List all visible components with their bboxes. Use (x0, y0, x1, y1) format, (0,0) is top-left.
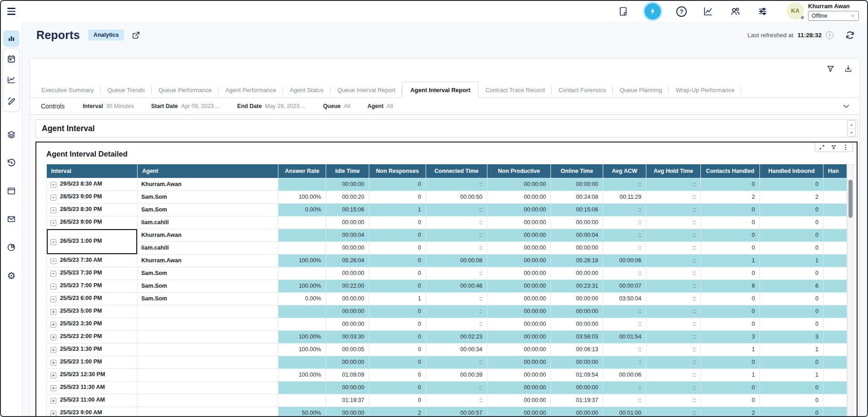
metric-cell[interactable]: 1 (701, 343, 760, 356)
metric-cell[interactable]: 0 (369, 381, 426, 394)
metric-cell[interactable]: 3 (701, 330, 760, 343)
avatar[interactable]: KA (787, 2, 804, 20)
metric-cell[interactable]: 00:00:00 (487, 368, 551, 381)
col-answer-rate[interactable]: Answer Rate (278, 164, 326, 178)
interval-cell[interactable]: −25/5/23 6:00 PM (47, 292, 138, 305)
sliders-icon[interactable] (757, 5, 769, 17)
col-idle-time[interactable]: Idle Time (326, 164, 369, 178)
collapse-row-icon[interactable]: − (50, 271, 56, 277)
metric-cell[interactable]: 0 (701, 178, 760, 191)
metric-cell[interactable]: 00:00:00 (551, 178, 603, 191)
sidebar-item-history[interactable] (3, 155, 20, 171)
metric-cell[interactable]: 00:00:00 (326, 292, 369, 305)
metric-cell[interactable]: 00:00:00 (487, 254, 551, 267)
metric-cell[interactable]: 0 (369, 267, 426, 280)
interval-cell[interactable]: −25/5/23 7:30 PM (47, 267, 138, 280)
metric-cell[interactable]: 0.00% (278, 203, 326, 216)
metric-cell[interactable]: 0 (760, 216, 823, 229)
metric-cell[interactable] (823, 216, 847, 229)
agent-cell[interactable]: Sam.Som (138, 267, 278, 280)
metric-cell[interactable] (823, 267, 847, 280)
agent-cell[interactable] (138, 343, 278, 356)
metric-cell[interactable] (823, 394, 847, 407)
collapse-row-icon[interactable]: − (50, 195, 56, 201)
interval-cell[interactable]: −25/5/23 7:00 PM (47, 280, 138, 292)
metric-cell[interactable]: 00:00:50 (426, 191, 487, 203)
metric-cell[interactable]: :: (426, 305, 487, 318)
tab-queue-planning[interactable]: Queue Planning (613, 83, 669, 98)
metric-cell[interactable]: 00:24:08 (551, 191, 603, 203)
metric-cell[interactable]: :: (646, 381, 701, 394)
metric-cell[interactable]: 03:56:03 (551, 330, 603, 343)
notes-icon[interactable] (617, 5, 629, 17)
tab-queue-trends[interactable]: Queue Trends (101, 83, 152, 98)
metric-cell[interactable]: 1 (760, 368, 823, 381)
metric-cell[interactable]: :: (646, 191, 701, 203)
sidebar-item-workspace[interactable] (3, 183, 20, 199)
hamburger-menu-icon[interactable] (7, 5, 19, 17)
metric-cell[interactable]: 0 (369, 254, 426, 267)
sidebar-item-schedule[interactable] (3, 51, 20, 67)
agent-cell[interactable]: Sam.Som (138, 191, 278, 203)
col-contacts-handled[interactable]: Contacts Handled (701, 164, 760, 178)
metric-cell[interactable]: 0 (701, 305, 760, 318)
metric-cell[interactable]: 0 (369, 191, 426, 203)
metric-cell[interactable]: 0 (701, 267, 760, 280)
metric-cell[interactable]: 0 (760, 292, 823, 305)
metric-cell[interactable] (278, 381, 326, 394)
metric-cell[interactable] (823, 254, 847, 267)
metric-cell[interactable]: 0 (701, 292, 760, 305)
metric-cell[interactable]: 00:00:20 (326, 191, 369, 203)
filter-queue[interactable]: Queue All (323, 103, 350, 109)
metric-cell[interactable]: 0 (760, 178, 823, 191)
metric-cell[interactable]: :: (426, 267, 487, 280)
expand-row-icon[interactable]: + (50, 411, 56, 416)
col-handled-clipped[interactable]: Han (823, 164, 847, 178)
agent-cell[interactable]: Khurram.Awan (138, 254, 278, 267)
metric-cell[interactable]: 00:00:00 (326, 318, 369, 330)
filter-end-date[interactable]: End Date May 29, 2023 ... (237, 103, 306, 109)
metric-cell[interactable] (823, 330, 847, 343)
metric-cell[interactable]: 00:00:00 (551, 318, 603, 330)
agent-cell[interactable] (138, 330, 278, 343)
expand-row-icon[interactable]: + (50, 347, 56, 353)
tab-wrap-up-performance[interactable]: Wrap-Up Performance (669, 83, 741, 98)
metric-cell[interactable]: 0 (701, 356, 760, 368)
metric-cell[interactable] (278, 229, 326, 241)
metric-cell[interactable]: 0 (369, 280, 426, 292)
agent-cell[interactable]: liam.cahill (138, 216, 278, 229)
metric-cell[interactable] (823, 305, 847, 318)
metric-cell[interactable]: :: (646, 267, 701, 280)
metric-cell[interactable]: 100.00% (278, 330, 326, 343)
metric-cell[interactable]: :: (603, 305, 646, 318)
col-non-productive[interactable]: Non Productive (487, 164, 551, 178)
metric-cell[interactable]: :: (646, 178, 701, 191)
assistant-bolt-icon[interactable] (645, 3, 661, 20)
metric-cell[interactable]: 100.00% (278, 254, 326, 267)
expand-row-icon[interactable]: + (50, 360, 56, 366)
metric-cell[interactable]: 0 (701, 241, 760, 254)
metric-cell[interactable]: :: (426, 381, 487, 394)
metric-cell[interactable]: 0 (369, 356, 426, 368)
col-agent[interactable]: Agent (138, 164, 278, 178)
metric-cell[interactable]: 00:00:00 (487, 381, 551, 394)
expand-row-icon[interactable]: + (50, 373, 56, 378)
metric-cell[interactable]: 00:00:04 (326, 229, 369, 241)
col-interval[interactable]: Interval (47, 164, 138, 178)
metric-cell[interactable]: :: (426, 229, 487, 241)
metric-cell[interactable]: 0 (701, 394, 760, 407)
sidebar-item-layers[interactable] (3, 127, 20, 143)
metric-cell[interactable]: :: (426, 292, 487, 305)
metric-cell[interactable]: 0.00% (278, 292, 326, 305)
metric-cell[interactable]: 01:19:37 (326, 394, 369, 407)
metric-cell[interactable]: :: (646, 254, 701, 267)
metric-cell[interactable]: 0 (760, 267, 823, 280)
agent-cell[interactable] (138, 318, 278, 330)
metric-cell[interactable]: 00:00:06 (603, 368, 646, 381)
metric-cell[interactable]: :: (603, 381, 646, 394)
metric-cell[interactable] (278, 267, 326, 280)
metric-cell[interactable]: 00:00:07 (603, 280, 646, 292)
metric-cell[interactable]: 00:03:30 (326, 330, 369, 343)
metric-cell[interactable]: :: (426, 394, 487, 407)
metric-cell[interactable]: 2 (369, 407, 426, 416)
